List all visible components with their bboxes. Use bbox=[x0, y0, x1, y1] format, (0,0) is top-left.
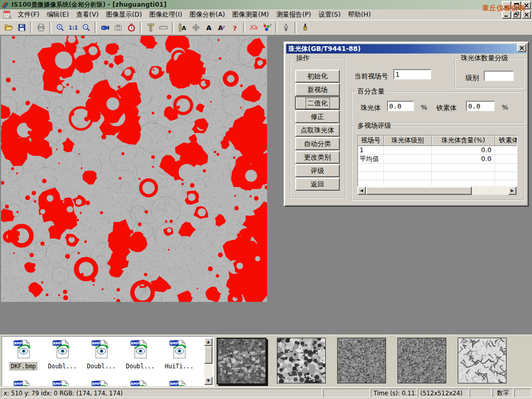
save-button[interactable] bbox=[15, 21, 28, 34]
zoom-out-button[interactable] bbox=[79, 21, 92, 34]
scroll-left-icon[interactable]: ◀ bbox=[357, 187, 366, 195]
table-row-empty[interactable] bbox=[358, 180, 517, 187]
minimize-button[interactable] bbox=[502, 1, 511, 9]
scroll-down-icon[interactable]: ▼ bbox=[204, 377, 212, 385]
svg-text:A: A bbox=[206, 24, 211, 32]
measure-text-button[interactable]: A bbox=[176, 21, 189, 34]
svg-text:BMP: BMP bbox=[14, 382, 23, 386]
table-h-scrollbar[interactable]: ◀ ▶ bbox=[357, 187, 516, 195]
specimen-image[interactable] bbox=[1, 36, 267, 302]
menu-item-1[interactable]: 编辑(E) bbox=[43, 10, 73, 20]
file-v-scrollbar[interactable]: ▲ ▼ bbox=[204, 338, 212, 385]
pick-pearlite-button-label: 点取珠光体 bbox=[300, 126, 336, 135]
file-name: HuiTi... bbox=[164, 363, 194, 370]
menu-item-4[interactable]: 图像处理(I) bbox=[145, 10, 185, 20]
menu-item-9[interactable]: 帮助(H) bbox=[344, 10, 375, 20]
video-camera-button[interactable] bbox=[99, 21, 112, 34]
file-name: Doubl... bbox=[86, 363, 116, 370]
brush-button[interactable] bbox=[299, 21, 312, 34]
pen-button[interactable] bbox=[280, 21, 292, 34]
ferrite-percent-input[interactable] bbox=[466, 101, 495, 111]
file-item-row2-3[interactable]: BMP bbox=[123, 379, 157, 387]
table-row-empty[interactable] bbox=[358, 172, 517, 180]
thumbnail-0[interactable] bbox=[217, 338, 267, 384]
v-scroll-thumb[interactable] bbox=[204, 346, 212, 364]
open-folder-button[interactable] bbox=[2, 21, 15, 34]
scroll-right-icon[interactable]: ▶ bbox=[508, 187, 516, 195]
binarize-button[interactable]: 二值化 bbox=[295, 97, 340, 110]
mdi-restore-button[interactable] bbox=[512, 10, 521, 19]
scroll-up-icon[interactable]: ▲ bbox=[204, 338, 212, 346]
text-effect-button[interactable]: A bbox=[215, 21, 228, 34]
file-item-4[interactable]: BMPHuiTi... bbox=[162, 339, 196, 370]
table-cell: 1 bbox=[358, 146, 384, 154]
multi-field-group-label: 多视场评级 bbox=[356, 122, 393, 129]
dialog-close-button[interactable] bbox=[517, 44, 526, 52]
column-header-0: 视场号 bbox=[358, 136, 384, 146]
rate-button[interactable]: 评级 bbox=[295, 164, 340, 177]
help-button[interactable]: ? bbox=[228, 21, 241, 34]
new-field-button[interactable]: 新视场 bbox=[295, 83, 340, 96]
table-cell bbox=[384, 155, 432, 163]
table-cell bbox=[495, 164, 517, 171]
current-field-input[interactable] bbox=[393, 69, 431, 79]
curve-tool-icon bbox=[249, 23, 259, 32]
file-item-label: DKF.bmp bbox=[6, 362, 41, 370]
thumbnail-4[interactable] bbox=[458, 338, 507, 383]
file-item-3[interactable]: BMPDoubl... bbox=[123, 339, 157, 370]
correct-button[interactable]: 修正 bbox=[295, 110, 340, 123]
menu-item-2[interactable]: 查看(V) bbox=[73, 10, 102, 20]
camera-button[interactable] bbox=[112, 21, 125, 34]
file-item-0[interactable]: BMPDKF.bmp bbox=[6, 339, 41, 370]
menu-item-5[interactable]: 图像分析(A) bbox=[186, 10, 229, 20]
file-item-row2-1[interactable]: BMP bbox=[45, 379, 79, 387]
new-field-button-label: 新视场 bbox=[307, 85, 329, 95]
table-row[interactable]: 10.0 bbox=[358, 146, 517, 155]
curve-tool-button[interactable] bbox=[247, 21, 260, 34]
menu-bar: 文件(F)编辑(E)查看(V)图像显示(D)图像处理(I)图像分析(A)图像测量… bbox=[0, 9, 532, 20]
file-name: Doubl... bbox=[47, 363, 77, 370]
status-time: Time (s): 0.113 bbox=[371, 389, 417, 397]
menu-item-7[interactable]: 测量报告(P) bbox=[273, 10, 315, 20]
return-button[interactable]: 返回 bbox=[295, 178, 340, 191]
file-item-1[interactable]: BMPDoubl... bbox=[45, 339, 79, 370]
file-item-2[interactable]: BMPDoubl... bbox=[84, 339, 118, 370]
move-tool-button[interactable] bbox=[189, 21, 202, 34]
caliper-button[interactable] bbox=[144, 21, 157, 34]
auto-classify-button[interactable]: 自动分类 bbox=[295, 137, 340, 150]
menu-item-6[interactable]: 图像测量(M) bbox=[229, 10, 273, 20]
table-row-empty[interactable] bbox=[358, 164, 517, 172]
file-item-row2-4[interactable]: BMP bbox=[162, 379, 196, 387]
menu-item-8[interactable]: 设置(S) bbox=[315, 10, 344, 20]
dialog-title-bar[interactable]: 珠光体(GB/T9441-88) bbox=[286, 44, 526, 54]
dialog-close-icon bbox=[520, 46, 524, 50]
grading-group-label: 珠光体数量分级 bbox=[459, 55, 510, 62]
menu-item-0[interactable]: 文件(F) bbox=[14, 10, 43, 20]
mdi-close-button[interactable] bbox=[522, 10, 531, 19]
thumbnail-1[interactable] bbox=[277, 338, 326, 383]
maximize-button[interactable] bbox=[512, 1, 521, 9]
table-row[interactable]: 平均值0.0 bbox=[358, 155, 517, 164]
text-button[interactable]: A bbox=[202, 21, 215, 34]
pearlite-percent-input[interactable] bbox=[387, 101, 414, 111]
h-scroll-thumb[interactable] bbox=[366, 187, 472, 195]
pick-pearlite-button[interactable]: 点取珠光体 bbox=[295, 124, 340, 137]
thumbnail-3[interactable] bbox=[397, 338, 446, 383]
change-class-button[interactable]: 更改类别 bbox=[295, 151, 340, 164]
level-input[interactable] bbox=[484, 71, 514, 81]
table-cell bbox=[384, 172, 432, 180]
mdi-minimize-button[interactable] bbox=[502, 10, 511, 19]
file-name: DKF.bmp bbox=[9, 362, 37, 370]
file-item-row2-0[interactable]: BMP bbox=[6, 379, 41, 387]
initialize-button[interactable]: 初始化 bbox=[295, 70, 340, 83]
close-button[interactable] bbox=[522, 1, 531, 9]
menu-item-3[interactable]: 图像显示(D) bbox=[102, 10, 145, 20]
zoom-in-button[interactable] bbox=[54, 21, 66, 34]
thumbnail-2[interactable] bbox=[337, 338, 386, 383]
ruler-button[interactable] bbox=[157, 21, 170, 34]
actual-size-button[interactable]: 1:1 bbox=[66, 21, 79, 34]
print-button[interactable] bbox=[34, 21, 47, 34]
file-item-row2-2[interactable]: BMP bbox=[84, 379, 118, 387]
count-points-button[interactable]: 31 bbox=[260, 21, 273, 34]
timer-button[interactable] bbox=[125, 21, 138, 34]
